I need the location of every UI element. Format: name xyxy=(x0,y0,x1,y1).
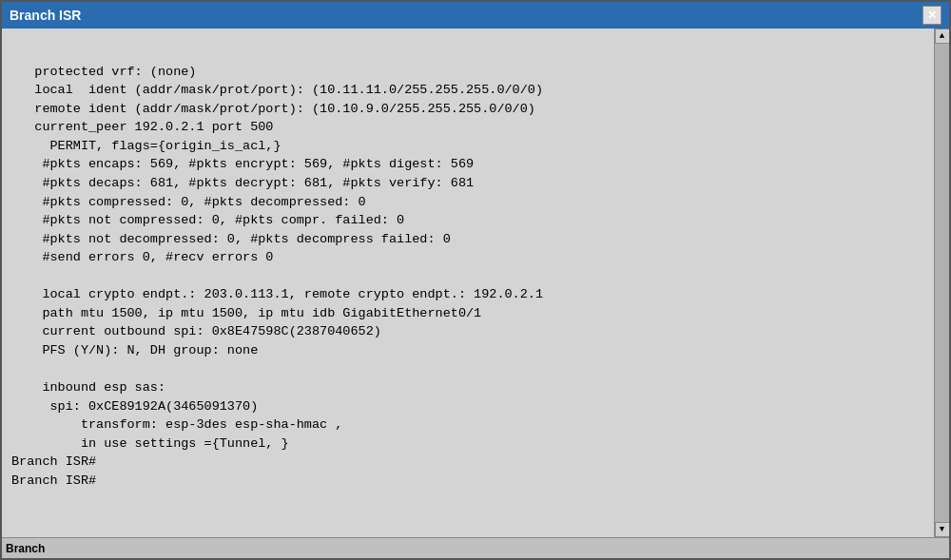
status-bar-text: Branch xyxy=(6,542,45,555)
close-button[interactable]: ✕ xyxy=(922,6,941,25)
content-area: protected vrf: (none) local ident (addr/… xyxy=(2,29,949,537)
main-window: Branch ISR ✕ protected vrf: (none) local… xyxy=(0,0,951,560)
title-bar-controls: ✕ xyxy=(922,6,941,25)
scroll-down-button[interactable]: ▼ xyxy=(935,522,950,537)
scrollbar-track[interactable] xyxy=(935,44,949,522)
status-bar: Branch xyxy=(2,537,949,558)
scroll-up-button[interactable]: ▲ xyxy=(935,29,950,44)
scrollbar: ▲ ▼ xyxy=(934,29,949,537)
title-bar: Branch ISR ✕ xyxy=(2,2,949,29)
window-title: Branch ISR xyxy=(10,8,81,23)
terminal-output[interactable]: protected vrf: (none) local ident (addr/… xyxy=(2,29,934,537)
